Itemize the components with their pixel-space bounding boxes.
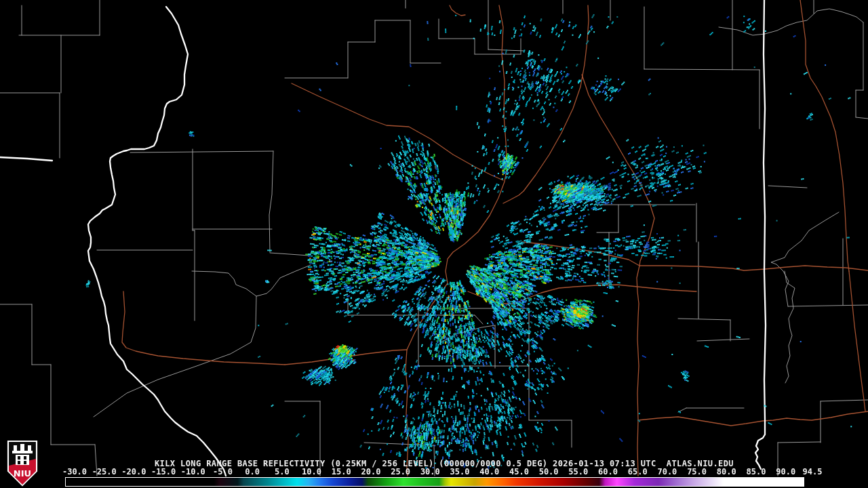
colorbar-tick-label: -20.0 [121, 467, 146, 476]
colorbar-tick-label: 94.5 [803, 467, 823, 476]
colorbar-tick-label: 80.0 [717, 467, 736, 476]
colorbar-tick-label: -5.0 [213, 467, 233, 476]
niu-logo: NIU [7, 441, 38, 487]
colorbar-tick-label: 60.0 [598, 467, 618, 476]
reflectivity-colorbar [65, 477, 804, 487]
colorbar-tick-label: 40.0 [479, 467, 499, 476]
niu-logo-text: NIU [14, 468, 31, 479]
colorbar-tick-label: 35.0 [450, 467, 470, 476]
colorbar-tick-label: 85.0 [747, 467, 766, 476]
colorbar-tick-label: 50.0 [539, 467, 559, 476]
colorbar-tick-label: 45.0 [509, 467, 529, 476]
colorbar-tick-label: 75.0 [687, 467, 707, 476]
colorbar-labels: -30.0-25.0-20.0-15.0-10.0-5.00.05.010.01… [0, 467, 868, 476]
colorbar-tick-label: 15.0 [332, 467, 351, 476]
colorbar-tick-label: 5.0 [275, 467, 290, 476]
colorbar-tick-label: 10.0 [302, 467, 321, 476]
colorbar-tick-label: 90.0 [776, 467, 795, 476]
radar-display-screen: { "header": { "title": "KILX LONG RANGE … [0, 0, 868, 488]
colorbar-tick-label: 70.0 [657, 467, 677, 476]
colorbar-tick-label: -25.0 [92, 467, 117, 476]
colorbar-tick-label: -30.0 [62, 467, 87, 476]
colorbar-tick-label: 30.0 [420, 467, 440, 476]
colorbar-tick-label: 20.0 [361, 467, 380, 476]
colorbar-tick-label: 0.0 [245, 467, 260, 476]
colorbar-tick-label: -10.0 [181, 467, 205, 476]
colorbar-tick-label: 65.0 [628, 467, 648, 476]
colorbar-tick-label: -15.0 [151, 467, 176, 476]
colorbar-tick-label: 55.0 [568, 467, 588, 476]
radar-map-canvas [0, 0, 868, 488]
colorbar-tick-label: 25.0 [391, 467, 410, 476]
